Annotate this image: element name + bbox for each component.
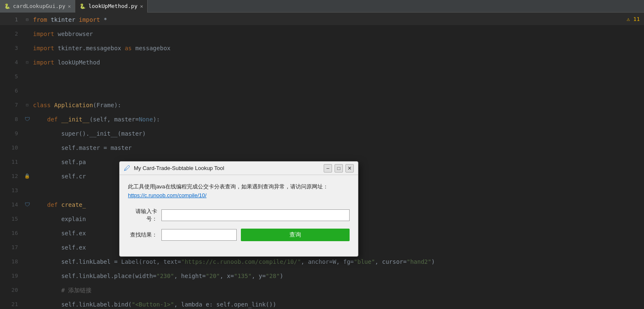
fold-icon-1[interactable]: ⊟ xyxy=(26,13,28,27)
result-label: 查找结果： xyxy=(128,231,157,239)
card-number-input[interactable] xyxy=(161,209,350,221)
dialog-title-left: 🖊 My Card-Trade-Subtable Lookup Tool xyxy=(124,165,224,172)
editor-tabs: 🐍 cardLookupGui.py ✕ 🐍 lookUpMethod.py ✕ xyxy=(0,0,644,13)
result-row: 查找结果： 查询 xyxy=(128,229,350,241)
dialog-desc-text: 此工具使用java在线编程完成公交卡分表查询，如果遇到查询异常，请访问原网址： xyxy=(128,183,328,190)
dialog-maximize-button[interactable]: □ xyxy=(335,164,343,173)
line-gutter-1: ⊟ xyxy=(23,13,31,27)
tab-cardlookup-icon: 🐍 xyxy=(4,3,10,9)
dialog-title-text: My Card-Trade-Subtable Lookup Tool xyxy=(134,165,224,171)
dialog-minimize-button[interactable]: – xyxy=(324,164,332,173)
search-button[interactable]: 查询 xyxy=(241,229,350,241)
dialog-app-icon: 🖊 xyxy=(124,165,130,172)
tab-lookupm-icon: 🐍 xyxy=(79,3,86,9)
line-num-1: 1 xyxy=(0,13,23,27)
dialog-controls: – □ ✕ xyxy=(324,164,354,173)
code-line-1: 1 ⊟ from tkinter import * xyxy=(0,13,644,27)
dialog-body: 此工具使用java在线编程完成公交卡分表查询，如果遇到查询异常，请访问原网址：h… xyxy=(120,175,358,256)
tab-cardlookup[interactable]: 🐍 cardLookupGui.py ✕ xyxy=(0,0,75,13)
tab-lookupm[interactable]: 🐍 lookUpMethod.py ✕ xyxy=(75,0,148,13)
dialog-close-button[interactable]: ✕ xyxy=(345,164,354,173)
tab-cardlookup-close[interactable]: ✕ xyxy=(68,3,71,9)
dialog-link[interactable]: https://c.runoob.com/compile/10/ xyxy=(128,192,207,198)
tab-lookupm-close[interactable]: ✕ xyxy=(140,3,143,9)
line-code-1: from tkinter import * xyxy=(31,13,107,27)
dialog-description: 此工具使用java在线编程完成公交卡分表查询，如果遇到查询异常，请访问原网址：h… xyxy=(128,183,350,200)
result-input[interactable] xyxy=(161,229,237,241)
card-label: 请输入卡号： xyxy=(128,208,157,223)
card-input-row: 请输入卡号： xyxy=(128,208,350,223)
tab-cardlookup-label: cardLookupGui.py xyxy=(13,3,65,9)
code-editor: ⚠ 11 1 ⊟ from tkinter import * 2 import … xyxy=(0,13,644,309)
dialog-window: 🖊 My Card-Trade-Subtable Lookup Tool – □… xyxy=(119,161,358,257)
dialog-titlebar: 🖊 My Card-Trade-Subtable Lookup Tool – □… xyxy=(120,162,358,175)
tab-lookupm-label: lookUpMethod.py xyxy=(88,3,137,9)
